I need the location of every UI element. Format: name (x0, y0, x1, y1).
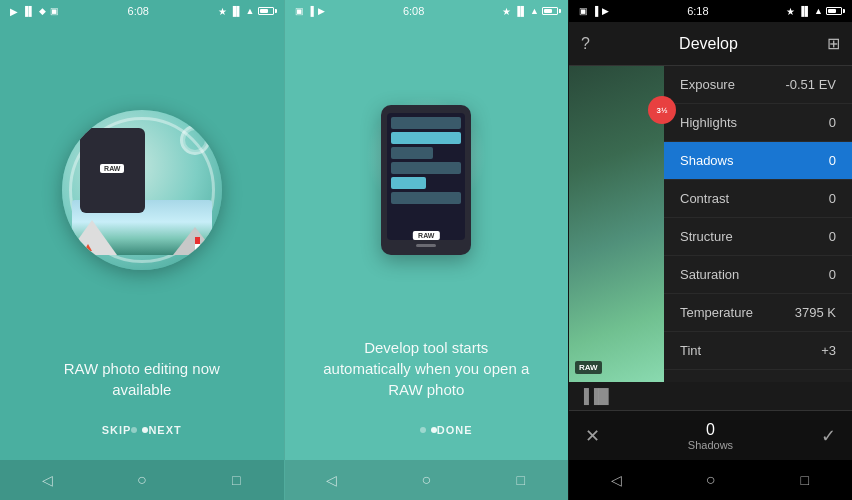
lighthouse (195, 237, 200, 253)
status-time-1: 6:08 (128, 5, 149, 17)
value-tint: +3 (821, 343, 836, 358)
develop-header: ? Develop ⊞ (569, 22, 852, 66)
label-shadows: Shadows (680, 153, 733, 168)
wifi2-icon: ▲ (530, 6, 539, 16)
histogram-icon: ▐▐█ (579, 388, 609, 404)
dot-2-1 (420, 427, 426, 433)
home-nav-2[interactable] (417, 471, 435, 489)
main-text-2: Develop tool starts automatically when y… (320, 337, 534, 400)
lens-ring-inner (183, 128, 207, 152)
icon-p3-3: ▶ (602, 6, 609, 16)
battery-icon-3 (826, 7, 842, 15)
icon-p3-2: ▐ (592, 6, 598, 16)
slider-cancel-btn[interactable]: ✕ (585, 425, 600, 447)
value-structure: 0 (829, 229, 836, 244)
app-row-4 (391, 162, 461, 174)
row-structure[interactable]: Structure 0 (664, 218, 852, 256)
help-icon[interactable]: ? (581, 35, 590, 53)
recents-nav-2[interactable] (512, 471, 530, 489)
phone-screen-2 (387, 113, 465, 240)
row-shadows[interactable]: Shadows 0 (664, 142, 852, 180)
app-row-2 (391, 132, 461, 144)
value-saturation: 0 (829, 267, 836, 282)
signal-icon-1: ▐▌ (22, 6, 35, 16)
nav-bar-2 (285, 460, 569, 500)
label-exposure: Exposure (680, 77, 735, 92)
slider-confirm-btn[interactable]: ✓ (821, 425, 836, 447)
mountain-right (173, 227, 212, 255)
status-time-2: 6:08 (403, 5, 424, 17)
value-shadows: 0 (829, 153, 836, 168)
row-contrast[interactable]: Contrast 0 (664, 180, 852, 218)
status-bar-1: ▶ ▐▌ ◆ ▣ 6:08 ★ ▐▌ ▲ (0, 0, 284, 22)
bottom-bar-2: DONE (360, 410, 493, 450)
text-area-1: RAW photo editing now available (20, 348, 264, 410)
illustration-area-1: RAW (20, 32, 264, 348)
label-saturation: Saturation (680, 267, 739, 282)
photo-bg: RAW 3½ (569, 66, 664, 382)
value-contrast: 0 (829, 191, 836, 206)
status-right-1: ★ ▐▌ ▲ (218, 6, 274, 17)
raw-phone-in-circle: RAW (80, 128, 145, 213)
back-nav-2[interactable] (323, 471, 341, 489)
recents-nav-3[interactable] (796, 471, 814, 489)
row-exposure[interactable]: Exposure -0.51 EV (664, 66, 852, 104)
done-button[interactable]: DONE (437, 424, 473, 436)
bt-icon-1: ★ (218, 6, 227, 17)
slider-center: 0 Shadows (688, 421, 733, 451)
home-nav-3[interactable] (701, 471, 719, 489)
back-nav-3[interactable] (607, 471, 625, 489)
dot-1-1 (131, 427, 137, 433)
text-area-2: Develop tool starts automatically when y… (305, 327, 549, 410)
bottom-bar-1: SKIP NEXT (82, 410, 202, 450)
photo-preview: RAW 3½ (569, 66, 664, 382)
settings-icon[interactable]: ⊞ (827, 34, 840, 53)
next-button[interactable]: NEXT (148, 424, 181, 436)
sailboat (84, 244, 92, 251)
main-text-1: RAW photo editing now available (35, 358, 249, 400)
slider-value: 0 (706, 421, 715, 439)
page-dots-1 (131, 427, 148, 433)
develop-title: Develop (679, 35, 738, 53)
row-saturation[interactable]: Saturation 0 (664, 256, 852, 294)
status-left-2: ▣ ▐ ▶ (295, 6, 325, 16)
icon-p2-3: ▶ (318, 6, 325, 16)
develop-list: Exposure -0.51 EV Highlights 0 Shadows 0… (664, 66, 852, 382)
circle-container: RAW (62, 110, 222, 270)
bt3-icon: ★ (786, 6, 795, 17)
row-temperature[interactable]: Temperature 3795 K (664, 294, 852, 332)
photos-icon-1: ▣ (50, 6, 59, 16)
develop-rows: Exposure -0.51 EV Highlights 0 Shadows 0… (664, 66, 852, 370)
status-bar-2: ▣ ▐ ▶ 6:08 ★ ▐▌ ▲ (285, 0, 569, 22)
sig-icon-1: ▐▌ (230, 6, 243, 16)
main-content-3: RAW 3½ Exposure -0.51 EV Highlights 0 Sh… (569, 66, 852, 382)
status-time-3: 6:18 (687, 5, 708, 17)
phone-illustration-2: RAW (381, 105, 471, 255)
bt2-icon: ★ (502, 6, 511, 17)
status-left-3: ▣ ▐ ▶ (579, 6, 609, 16)
back-nav-1[interactable] (38, 471, 56, 489)
battery-icon-1 (258, 7, 274, 15)
value-exposure: -0.51 EV (785, 77, 836, 92)
raw-label-circle: RAW (100, 164, 124, 173)
raw-badge-phone: RAW (413, 231, 439, 240)
page-dots-2 (420, 427, 437, 433)
home-nav-1[interactable] (133, 471, 151, 489)
nav-bar-1 (0, 460, 284, 500)
icon-p3-1: ▣ (579, 6, 588, 16)
status-right-3: ★ ▐▌ ▲ (786, 6, 842, 17)
value-highlights: 0 (829, 115, 836, 130)
skip-button[interactable]: SKIP (102, 424, 132, 436)
panel-2-content: RAW Develop tool starts automatically wh… (285, 22, 569, 460)
label-highlights: Highlights (680, 115, 737, 130)
status-right-2: ★ ▐▌ ▲ (502, 6, 558, 17)
battery-icon-2 (542, 7, 558, 15)
label-temperature: Temperature (680, 305, 753, 320)
status-bar-3: ▣ ▐ ▶ 6:18 ★ ▐▌ ▲ (569, 0, 852, 22)
row-highlights[interactable]: Highlights 0 (664, 104, 852, 142)
icon-p2-1: ▣ (295, 6, 304, 16)
row-tint[interactable]: Tint +3 (664, 332, 852, 370)
recents-nav-1[interactable] (227, 471, 245, 489)
circle-illustration-1: RAW (62, 110, 222, 270)
nav-bar-3 (569, 460, 852, 500)
